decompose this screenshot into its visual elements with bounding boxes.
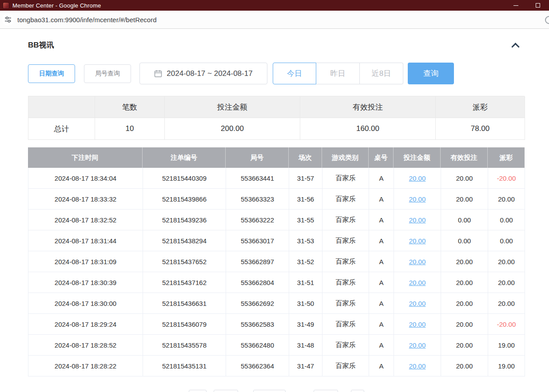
pagination-control[interactable]	[351, 390, 364, 392]
valid-bet-cell: 20.00	[441, 335, 488, 356]
session-cell: 31-53	[289, 230, 322, 251]
session-cell: 31-57	[289, 168, 322, 189]
payout-cell: 0.00	[488, 230, 525, 251]
round-number-cell: 553662804	[226, 272, 289, 293]
bet-time-cell: 2024-08-17 18:29:24	[28, 314, 143, 335]
valid-bet-cell: 20.00	[441, 189, 488, 210]
bet-amount-cell: 20.00	[394, 335, 441, 356]
bet-amount-link[interactable]: 20.00	[409, 174, 426, 182]
calendar-icon	[154, 70, 162, 78]
summary-bet-amount-value: 200.00	[165, 118, 300, 140]
valid-bet-cell: 20.00	[441, 251, 488, 272]
valid-bet-cell: 20.00	[441, 272, 488, 293]
pagination	[28, 390, 525, 392]
bet-amount-link[interactable]: 20.00	[409, 195, 426, 203]
col-header-payout: 派彩	[488, 147, 525, 168]
summary-total-row: 总计 10 200.00 160.00 78.00	[28, 118, 525, 140]
bet-id-cell: 521815439866	[143, 189, 226, 210]
table-code-cell: A	[369, 356, 394, 376]
round-number-cell: 553662897	[226, 251, 289, 272]
payout-cell: 20.00	[488, 293, 525, 314]
bet-amount-link[interactable]: 20.00	[409, 279, 426, 286]
bet-time-cell: 2024-08-17 18:28:22	[28, 356, 143, 376]
page-content: BB视讯 日期查询 局号查询 2024-08-17 ~ 2024-08-17 今…	[0, 40, 549, 392]
col-header-table: 桌号	[369, 147, 394, 168]
url-text[interactable]: tongbao31.com:9900/infe/mcenter/#/betRec…	[17, 16, 157, 24]
summary-header-empty	[28, 96, 95, 118]
session-cell: 31-50	[289, 293, 322, 314]
round-number-cell: 553662692	[226, 293, 289, 314]
table-code-cell: A	[369, 230, 394, 251]
pagination-control[interactable]	[189, 390, 207, 392]
valid-bet-cell: 20.00	[441, 356, 488, 376]
window-controls	[505, 0, 549, 11]
table-code-cell: A	[369, 210, 394, 230]
bet-id-cell: 521815437162	[143, 272, 226, 293]
payout-cell: 19.00	[488, 356, 525, 376]
table-code-cell: A	[369, 272, 394, 293]
payout-cell: 20.00	[488, 272, 525, 293]
quick-range-group: 今日 昨日 近8日	[273, 63, 403, 84]
session-cell: 31-51	[289, 272, 322, 293]
game-type-cell: 百家乐	[322, 293, 369, 314]
collapse-chevron-icon[interactable]	[511, 43, 519, 51]
col-header-game-type: 游戏类别	[322, 147, 369, 168]
col-header-round: 局号	[226, 147, 289, 168]
bet-amount-link[interactable]: 20.00	[409, 258, 426, 265]
search-button[interactable]: 查询	[408, 63, 454, 84]
table-row: 2024-08-17 18:28:22 521815435131 5536623…	[28, 356, 525, 376]
round-number-cell: 553662480	[226, 335, 289, 356]
bet-amount-link[interactable]: 20.00	[409, 300, 426, 307]
round-number-cell: 553662583	[226, 314, 289, 335]
minimize-button[interactable]	[505, 0, 527, 11]
summary-count-value: 10	[95, 118, 165, 140]
table-row: 2024-08-17 18:33:32 521815439866 5536633…	[28, 189, 525, 210]
summary-table: 笔数 投注金额 有效投注 派彩 总计 10 200.00 160.00 78.0…	[28, 96, 525, 140]
site-settings-icon[interactable]	[2, 14, 14, 25]
table-row: 2024-08-17 18:32:52 521815439236 5536632…	[28, 210, 525, 230]
maximize-button[interactable]	[527, 0, 549, 11]
quick-range-last8days[interactable]: 近8日	[360, 63, 403, 84]
bet-time-cell: 2024-08-17 18:31:44	[28, 230, 143, 251]
summary-header-row: 笔数 投注金额 有效投注 派彩	[28, 96, 525, 118]
table-row: 2024-08-17 18:31:44 521815438294 5536630…	[28, 230, 525, 251]
bet-amount-link[interactable]: 20.00	[409, 321, 426, 328]
summary-total-label: 总计	[28, 118, 95, 140]
col-header-session: 场次	[289, 147, 322, 168]
round-query-tab[interactable]: 局号查询	[84, 64, 131, 83]
bet-amount-link[interactable]: 20.00	[409, 341, 426, 349]
payout-cell: 0.00	[488, 210, 525, 230]
round-number-cell: 553663222	[226, 210, 289, 230]
payout-cell: 19.00	[488, 335, 525, 356]
bet-amount-link[interactable]: 20.00	[409, 237, 426, 245]
col-header-bet-amount: 投注金额	[394, 147, 441, 168]
bet-time-cell: 2024-08-17 18:30:39	[28, 272, 143, 293]
pagination-control[interactable]	[214, 390, 238, 392]
date-range-picker[interactable]: 2024-08-17 ~ 2024-08-17	[139, 63, 267, 84]
section-header: BB视讯	[28, 40, 525, 50]
table-row: 2024-08-17 18:30:00 521815436631 5536626…	[28, 293, 525, 314]
table-row: 2024-08-17 18:30:39 521815437162 5536628…	[28, 272, 525, 293]
bet-time-cell: 2024-08-17 18:28:52	[28, 335, 143, 356]
pagination-control[interactable]	[253, 390, 286, 392]
valid-bet-cell: 0.00	[441, 230, 488, 251]
pagination-control[interactable]	[314, 390, 338, 392]
address-bar: tongbao31.com:9900/infe/mcenter/#/betRec…	[0, 11, 549, 29]
bet-amount-link[interactable]: 20.00	[409, 216, 426, 224]
table-header-row: 下注时间 注单编号 局号 场次 游戏类别 桌号 投注金额 有效投注 派彩	[28, 147, 525, 168]
valid-bet-cell: 20.00	[441, 168, 488, 189]
bet-amount-link[interactable]: 20.00	[409, 362, 426, 370]
window-title: Member Center - Google Chrome	[12, 2, 101, 9]
bet-amount-cell: 20.00	[394, 210, 441, 230]
session-cell: 31-49	[289, 314, 322, 335]
quick-range-yesterday[interactable]: 昨日	[316, 63, 360, 84]
valid-bet-cell: 20.00	[441, 293, 488, 314]
date-query-tab[interactable]: 日期查询	[28, 64, 75, 83]
summary-payout-value: 78.00	[436, 118, 525, 140]
summary-valid-bet-value: 160.00	[300, 118, 436, 140]
table-row: 2024-08-17 18:29:24 521815436079 5536625…	[28, 314, 525, 335]
browser-action-icon[interactable]	[545, 16, 549, 24]
game-type-cell: 百家乐	[322, 356, 369, 376]
quick-range-today[interactable]: 今日	[273, 63, 316, 84]
round-number-cell: 553663017	[226, 230, 289, 251]
